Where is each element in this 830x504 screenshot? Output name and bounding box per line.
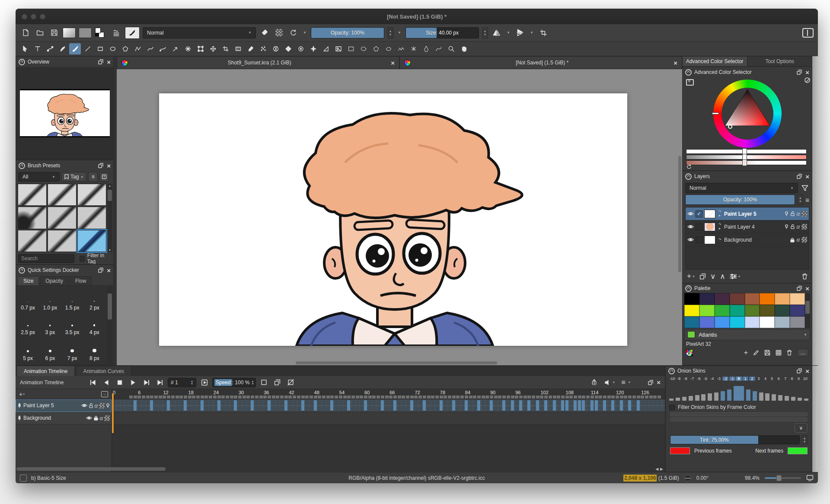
frame-cell[interactable] [360, 396, 363, 399]
size-spinner[interactable]: ▲▼ [482, 27, 488, 38]
dynamic-brush-tool[interactable] [169, 43, 181, 54]
brush-size-option[interactable]: 1.0 px [39, 288, 61, 312]
layer-row-background[interactable]: ↷ Background α [686, 233, 809, 246]
frame-cell[interactable] [272, 396, 275, 399]
contiguous-select-tool[interactable] [420, 43, 432, 54]
float-docker-icon[interactable] [796, 173, 803, 180]
frame-cell[interactable] [322, 396, 326, 399]
assistant-tool[interactable] [307, 43, 319, 54]
onion-collapsed-slider[interactable] [670, 418, 808, 421]
float-docker-icon[interactable] [796, 69, 803, 76]
frame-cell[interactable] [377, 396, 380, 399]
palette-swatch[interactable] [790, 293, 805, 305]
fill-tool[interactable] [282, 43, 294, 54]
keyframe[interactable] [519, 400, 522, 411]
keyframe[interactable] [393, 400, 396, 411]
edit-brush-settings-button[interactable] [125, 27, 140, 39]
mirror-vertical-icon[interactable] [514, 27, 526, 38]
next-frames-color[interactable] [788, 447, 808, 454]
edit-palette-button[interactable] [753, 350, 759, 356]
frame-cell[interactable] [649, 396, 653, 399]
palette-swatch[interactable] [699, 305, 715, 316]
timeline-frame-area[interactable]: 0612182430364248546066727884909610210811… [112, 389, 665, 472]
frame-cell[interactable] [494, 396, 498, 399]
frame-cell[interactable] [146, 396, 150, 399]
patch-tool[interactable] [257, 43, 269, 54]
add-layer-button[interactable]: + [687, 272, 691, 281]
keyframe[interactable] [490, 400, 493, 411]
playback-speed-spinbox[interactable]: Speed : 100 % ▲▼ [212, 378, 256, 387]
add-layer-caret[interactable]: ▼ [692, 275, 695, 278]
frame-cell[interactable] [389, 396, 393, 399]
keyframe[interactable] [611, 400, 614, 411]
onion-opacity-bars[interactable] [666, 381, 812, 403]
keyframe[interactable] [502, 400, 505, 411]
close-docker-icon[interactable]: × [805, 173, 809, 180]
frame-cell[interactable] [456, 396, 460, 399]
frame-cell[interactable] [578, 396, 581, 399]
previous-frames-color[interactable] [670, 447, 690, 454]
playhead[interactable] [112, 393, 114, 433]
opacity-slider[interactable]: Opacity: 100% [311, 27, 384, 38]
tag-button[interactable]: Tag ▼ [61, 172, 86, 182]
keyframe[interactable] [465, 400, 468, 411]
delete-swatch-button[interactable] [787, 350, 792, 356]
onion-opacity-bar[interactable] [798, 398, 802, 401]
selector-settings-icon[interactable] [686, 79, 694, 86]
layer-blending-dropdown[interactable]: Normal▼ [685, 183, 798, 193]
lock-open-icon[interactable] [89, 403, 93, 408]
similar-select-tool[interactable] [408, 43, 419, 54]
docker-lock-icon[interactable] [685, 285, 692, 292]
frame-cell[interactable] [402, 396, 405, 399]
onion-offset-label[interactable]: 4 [762, 376, 768, 381]
scroll-right-arrow[interactable]: ▶ [660, 467, 663, 471]
frame-cell[interactable] [301, 396, 305, 399]
trim-to-image-icon[interactable] [538, 27, 549, 38]
frame-cell[interactable] [485, 396, 489, 399]
keyframe[interactable] [234, 400, 237, 411]
palette-swatch[interactable] [715, 316, 730, 328]
frame-cell[interactable] [482, 396, 485, 399]
close-docker-icon[interactable]: × [805, 69, 809, 76]
onion-opacity-bar[interactable] [734, 386, 744, 401]
frame-cell[interactable] [217, 396, 221, 399]
frame-cell[interactable] [385, 396, 389, 399]
frame-cell[interactable] [188, 396, 192, 399]
brush-preset-thumbnail[interactable] [48, 184, 77, 206]
color-sampler-tool[interactable] [245, 43, 256, 54]
tab-tool-options[interactable]: Tool Options [747, 56, 813, 67]
onion-opacity-bar[interactable] [759, 392, 763, 401]
quick-settings-tab-size[interactable]: Size [18, 276, 39, 285]
brush-size-option[interactable]: 2.5 px [17, 312, 39, 336]
frame-cell[interactable] [204, 396, 208, 399]
frame-cell[interactable] [305, 396, 309, 399]
overview-preview[interactable] [16, 67, 113, 159]
open-document-icon[interactable] [34, 27, 45, 38]
frame-cell[interactable] [268, 396, 271, 399]
close-docker-icon[interactable]: × [107, 162, 111, 169]
keyframe[interactable] [301, 400, 304, 411]
frame-cell[interactable] [293, 396, 296, 399]
lock-closed-icon[interactable] [790, 237, 795, 242]
frame-cell[interactable] [423, 396, 426, 399]
frame-cell[interactable] [498, 396, 501, 399]
close-docker-icon[interactable]: × [107, 58, 111, 66]
frame-cell[interactable] [637, 396, 640, 399]
palette-dropdown-caret[interactable]: ▼ [804, 333, 807, 337]
blending-mode-dropdown[interactable]: Normal▼ [143, 27, 256, 38]
close-docker-icon[interactable]: × [805, 367, 809, 375]
alpha-lock-icon[interactable]: α [797, 223, 800, 230]
timeline-hscrollbar[interactable] [16, 467, 166, 471]
frame-cell[interactable] [469, 396, 472, 399]
palette-swatch[interactable] [760, 316, 775, 328]
onion-offset-label[interactable]: -2 [722, 376, 728, 381]
freehand-select-tool[interactable] [383, 43, 394, 54]
close-window-button[interactable] [22, 14, 27, 19]
frame-cell[interactable] [582, 396, 585, 399]
title-bar[interactable]: [Not Saved] (1.5 GiB) * [16, 9, 818, 24]
frame-cell[interactable] [234, 396, 237, 399]
quick-settings-scrollbar[interactable] [107, 287, 112, 364]
value-gradient-bar[interactable] [686, 155, 807, 159]
close-tab-icon[interactable]: × [674, 59, 677, 67]
workspace-chooser-icon[interactable] [802, 28, 814, 38]
